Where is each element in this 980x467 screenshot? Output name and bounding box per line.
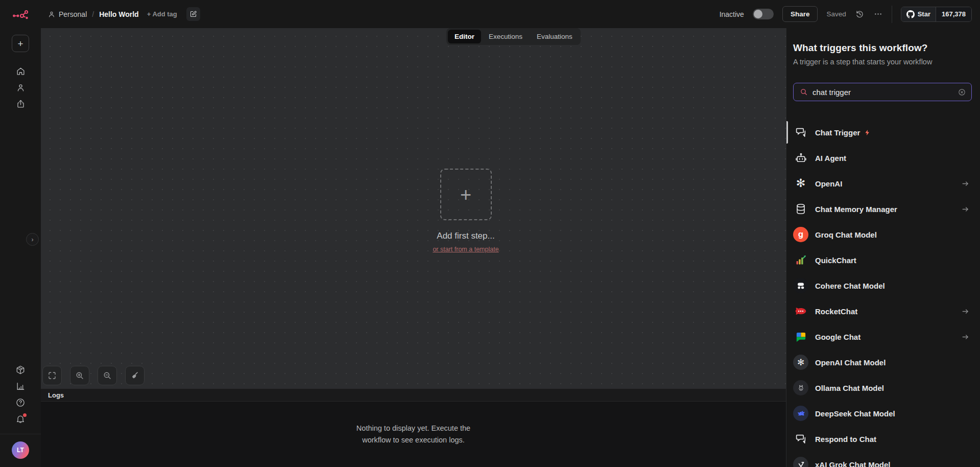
zoom-out-icon	[103, 371, 112, 380]
node-item-label: DeepSeek Chat Model	[815, 409, 895, 418]
ellipsis-icon	[873, 9, 883, 19]
person-icon	[48, 11, 55, 18]
breadcrumb-project[interactable]: Personal	[48, 10, 87, 18]
more-menu-button[interactable]	[873, 9, 883, 19]
tidy-up-button[interactable]	[125, 366, 145, 385]
templates-button[interactable]	[12, 362, 29, 378]
view-tabs: Editor Executions Evaluations	[446, 28, 581, 45]
logs-empty-line2: workflow to see execution logs.	[362, 435, 465, 446]
empty-state-title: Add first step...	[415, 231, 517, 241]
plus-icon: +	[17, 39, 23, 49]
breadcrumb-separator: /	[92, 10, 94, 18]
openai-logo-icon: ✻	[793, 355, 808, 370]
help-icon	[15, 398, 26, 408]
quickchart-logo-icon	[795, 254, 807, 266]
node-search-box	[793, 83, 972, 101]
toggle-knob	[754, 10, 762, 18]
topbar-divider	[892, 6, 892, 23]
robot-icon	[795, 152, 807, 165]
workflow-name[interactable]: Hello World	[99, 10, 139, 18]
workflow-history-button[interactable]	[855, 9, 865, 19]
add-first-step-button[interactable]: +	[440, 169, 492, 220]
logs-empty-state: Nothing to display yet. Execute the work…	[41, 402, 786, 467]
clear-search-button[interactable]	[958, 88, 966, 97]
rocketchat-logo-icon	[794, 305, 807, 318]
node-item-label: Respond to Chat	[815, 435, 876, 443]
github-star-widget[interactable]: Star 167,378	[901, 7, 972, 22]
node-item-label: OpenAI Chat Model	[815, 358, 886, 367]
node-item-respond-to-chat[interactable]: Respond to Chat	[786, 426, 980, 452]
node-item-xai-grok-chat-model[interactable]: xAI Grok Chat Model	[786, 452, 980, 467]
node-item-deepseek-chat-model[interactable]: DeepSeek Chat Model	[786, 401, 980, 426]
broom-icon	[130, 371, 139, 380]
share-up-icon	[16, 99, 26, 109]
openai-logo-icon: ✻	[796, 178, 805, 189]
node-item-chat-trigger[interactable]: Chat Trigger	[786, 120, 980, 145]
github-star-count: 167,378	[936, 7, 971, 21]
sidebar-footer: LT	[0, 434, 41, 467]
user-icon	[16, 83, 26, 92]
node-item-rocketchat[interactable]: RocketChat	[786, 298, 980, 324]
personal-button[interactable]	[12, 80, 29, 95]
node-item-label: Ollama Chat Model	[815, 384, 884, 392]
node-item-openai[interactable]: ✻ OpenAI	[786, 171, 980, 196]
zoom-out-button[interactable]	[98, 366, 117, 385]
node-item-cohere-chat-model[interactable]: Cohere Chat Model	[786, 273, 980, 298]
start-from-template-link[interactable]: or start from a template	[433, 246, 498, 253]
zoom-in-button[interactable]	[70, 366, 89, 385]
node-search-input[interactable]	[812, 88, 958, 97]
arrow-right-icon	[961, 307, 970, 316]
node-item-label: Google Chat	[815, 333, 861, 341]
search-icon	[800, 88, 808, 96]
node-item-openai-chat-model[interactable]: ✻ OpenAI Chat Model	[786, 349, 980, 375]
notifications-button[interactable]	[12, 411, 29, 427]
node-item-groq-chat-model[interactable]: g Groq Chat Model	[786, 222, 980, 247]
workflow-canvas[interactable]: + Add first step... or start from a temp…	[41, 28, 786, 389]
rename-workflow-button[interactable]	[186, 7, 200, 21]
activate-toggle[interactable]	[753, 9, 774, 19]
xai-grok-logo-icon	[793, 457, 808, 467]
fit-view-button[interactable]	[42, 366, 62, 385]
github-star-label: Star	[918, 10, 930, 18]
deepseek-logo-icon	[793, 406, 808, 421]
insights-button[interactable]	[12, 379, 29, 394]
panel-title: What triggers this workflow?	[793, 42, 972, 54]
tab-evaluations[interactable]: Evaluations	[530, 30, 579, 43]
zoom-in-icon	[75, 371, 84, 380]
database-icon	[795, 203, 807, 215]
google-chat-logo-icon	[795, 331, 807, 343]
create-workflow-button[interactable]: +	[12, 35, 29, 52]
user-avatar[interactable]: LT	[12, 441, 29, 459]
logs-header[interactable]: Logs	[41, 389, 786, 402]
node-item-ollama-chat-model[interactable]: Ollama Chat Model	[786, 375, 980, 401]
workflow-status-label: Inactive	[720, 10, 744, 18]
node-item-google-chat[interactable]: Google Chat	[786, 324, 980, 349]
shared-button[interactable]	[12, 96, 29, 111]
arrow-right-icon	[961, 333, 970, 341]
node-item-label: QuickChart	[815, 256, 856, 265]
node-item-label: AI Agent	[815, 154, 846, 162]
panel-subtitle: A trigger is a step that starts your wor…	[793, 58, 972, 66]
edit-pencil-icon	[189, 10, 197, 18]
cohere-logo-icon	[793, 278, 808, 293]
trigger-bolt-icon	[864, 129, 871, 136]
chat-bubbles-icon	[795, 433, 807, 446]
logs-empty-line1: Nothing to display yet. Execute the	[356, 424, 470, 434]
tab-executions[interactable]: Executions	[482, 30, 529, 43]
bar-chart-icon	[15, 381, 26, 391]
fit-view-icon	[47, 371, 57, 380]
logs-panel: Logs Nothing to display yet. Execute the…	[41, 389, 786, 467]
chevron-right-icon: ›	[32, 236, 34, 243]
node-item-ai-agent[interactable]: AI Agent	[786, 145, 980, 171]
add-tag-button[interactable]: + Add tag	[147, 10, 177, 18]
share-button[interactable]: Share	[782, 6, 818, 22]
node-item-chat-memory-manager[interactable]: Chat Memory Manager	[786, 196, 980, 222]
canvas-controls	[42, 366, 145, 385]
history-icon	[855, 9, 865, 19]
tab-editor[interactable]: Editor	[448, 30, 481, 43]
help-button[interactable]	[12, 395, 29, 410]
node-item-quickchart[interactable]: QuickChart	[786, 247, 980, 273]
expand-panel-chevron[interactable]: ›	[26, 233, 39, 246]
home-button[interactable]	[12, 63, 29, 79]
ollama-logo-icon	[793, 380, 808, 395]
